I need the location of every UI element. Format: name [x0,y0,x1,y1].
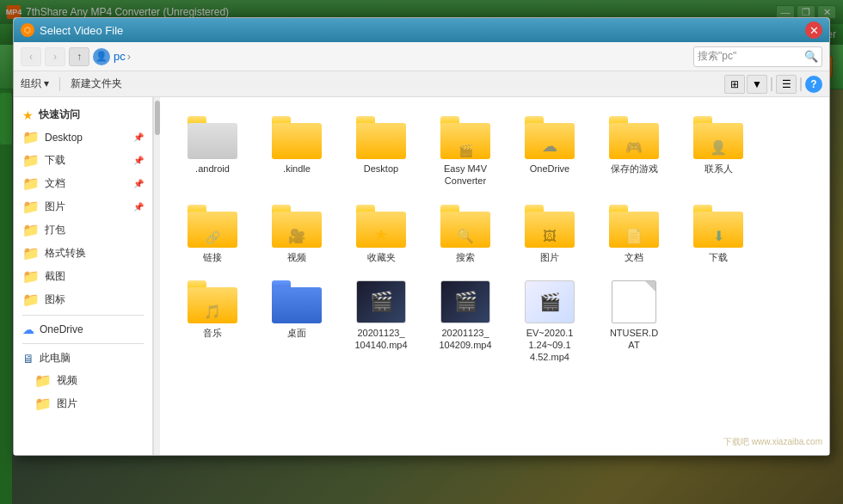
breadcrumb-pc[interactable]: pc [114,50,126,63]
dialog-toolbar: 组织 ▾ 新建文件夹 ⊞ ▼ ☰ ? [14,71,829,97]
dialog-content: ★ 快速访问 📁 Desktop 📌 📁 下载 📌 📁 [14,97,829,455]
pin-icon: 📌 [133,202,144,212]
folder-icon: 📁 [22,292,40,308]
ntuser-icon [612,280,656,323]
file-item-pictures-folder[interactable]: 🖼 图片 [511,200,588,268]
folder-icon: 📁 [22,222,40,238]
sidebar-item-icon[interactable]: 📁 图标 [14,288,152,311]
folder-pictures-icon: 🖼 [525,205,575,248]
dialog-sidebar-wrapper: ★ 快速访问 📁 Desktop 📌 📁 下载 📌 📁 [14,97,160,455]
watermark: 下载吧 www.xiazaiba.com [723,436,822,448]
gamepad-icon: 🎮 [625,139,643,156]
dialog-icon: ⬡ [21,23,34,37]
new-folder-button[interactable]: 新建文件夹 [71,77,122,91]
sidebar-divider [22,315,144,316]
folder-icon: 📁 [22,245,40,261]
star-folder-icon: ★ [374,225,388,244]
sidebar-videos[interactable]: 📁 视频 [14,369,152,392]
folder-video-icon: 🎥 [272,205,322,248]
folder-icon: 📁 [34,396,52,412]
sidebar-images[interactable]: 📁 图片 [14,392,152,415]
dialog-close-button[interactable]: ✕ [805,22,822,39]
view-dropdown-button[interactable]: ▼ [747,75,767,94]
video1-icon: 🎬 [356,280,406,323]
link-folder-icon: 🔗 [206,230,220,244]
quick-access-label: 快速访问 [39,108,80,122]
pc-icon: 🖥 [22,352,34,366]
sidebar-item-convert[interactable]: 📁 格式转换 [14,242,152,265]
sidebar-item-pack[interactable]: 📁 打包 [14,218,152,242]
file-item-favorites[interactable]: ★ 收藏夹 [342,200,420,268]
file-item-video3[interactable]: 🎬 EV~2020.11.24~09.14.52.mp4 [511,275,588,369]
download-folder-icon: ⬇ [713,228,724,244]
organize-button[interactable]: 组织 ▾ [21,77,49,91]
file-item-search[interactable]: 🔍 搜索 [427,200,504,268]
folder-icon: 📁 [22,199,40,215]
folder-onedrive-icon: ☁ [525,116,575,159]
sidebar-this-pc[interactable]: 🖥 此电脑 [14,347,152,369]
folder-desktopblue-icon [272,280,322,323]
sidebar-quick-access-header: ★ 快速访问 [14,104,152,126]
toolbar-separator [59,77,60,91]
cloud-folder-icon: ☁ [542,137,557,156]
file-item-music[interactable]: 🎵 音乐 [174,275,251,369]
sidebar-item-download[interactable]: 📁 下载 📌 [14,149,152,172]
folder-favorites-icon: ★ [356,205,406,248]
sidebar-item-screenshot[interactable]: 📁 截图 [14,265,152,288]
folder-music-icon: 🎵 [188,280,237,323]
video3-icon: 🎬 [525,280,575,323]
pin-icon: 📌 [133,156,144,165]
sidebar-onedrive[interactable]: ☁ OneDrive [14,319,152,340]
file-dialog: ⬡ Select Video File ✕ ‹ › ↑ 👤 pc › 搜索"pc… [13,17,830,456]
folder-icon: 📁 [22,152,40,169]
folder-links-icon: 🔗 [188,205,237,248]
folder-savedgames-icon: 🎮 [609,116,659,159]
file-item-desktop-blue[interactable]: 桌面 [258,275,335,369]
user-icon: 👤 [93,48,110,65]
file-item-desktop-folder[interactable]: Desktop [342,111,420,193]
nav-forward-button[interactable]: › [45,47,65,66]
file-item-documents-folder[interactable]: 📄 文档 [595,200,673,268]
file-item-video1[interactable]: 🎬 20201123_104140.mp4 [342,275,420,369]
file-item-video-folder[interactable]: 🎥 视频 [258,200,335,268]
app-window: MP4 7thShare Any MP4 Converter (Unregist… [0,0,843,504]
folder-documents-icon: 📄 [609,205,659,248]
help-button[interactable]: ? [805,76,822,93]
file-item-ntuser[interactable]: NTUSER.DAT [595,275,673,369]
dialog-sidebar: ★ 快速访问 📁 Desktop 📌 📁 下载 📌 📁 [14,97,153,455]
video-folder-icon: 🎥 [288,228,305,244]
view-buttons: ⊞ ▼ ☰ ? [724,75,822,94]
scroll-thumb [155,101,160,135]
breadcrumb: pc › [114,50,690,63]
pin-icon: 📌 [133,132,144,142]
sidebar-item-pictures[interactable]: 📁 图片 📌 [14,195,152,218]
search-box[interactable]: 搜索"pc" 🔍 [693,46,822,67]
video2-icon: 🎬 [440,280,490,323]
file-item-contacts[interactable]: 👤 联系人 [680,111,757,193]
file-item-video2[interactable]: 🎬 20201123_104209.mp4 [427,275,504,369]
contacts-folder-icon: 👤 [710,139,727,156]
file-item-saved-games[interactable]: 🎮 保存的游戏 [595,111,673,193]
file-item-links[interactable]: 🔗 链接 [174,200,251,268]
doc-folder-icon: 📄 [625,228,643,244]
nav-up-button[interactable]: ↑ [69,47,89,66]
file-item-android[interactable]: .android [174,111,251,193]
separator [771,77,772,91]
view-preview-button[interactable]: ☰ [776,75,797,94]
search-placeholder: 搜索"pc" [698,49,804,64]
m4v-icon: 🎬 [458,144,473,157]
sidebar-item-desktop[interactable]: 📁 Desktop 📌 [14,126,152,149]
folder-kindle-icon [272,116,322,159]
file-item-onedrive[interactable]: ☁ OneDrive [511,111,588,193]
sidebar-scrollbar[interactable] [153,97,160,455]
search-folder-icon: 🔍 [457,228,474,244]
file-item-easy-m4v[interactable]: 🎬 Easy M4VConverter [427,111,504,193]
file-item-kindle[interactable]: .kindle [258,111,335,193]
nav-back-button[interactable]: ‹ [21,47,41,66]
view-grid-button[interactable]: ⊞ [724,75,745,94]
cloud-icon: ☁ [22,323,34,336]
search-icon: 🔍 [804,50,818,63]
file-item-downloads-folder[interactable]: ⬇ 下载 [680,200,757,268]
folder-icon: 📁 [22,175,40,192]
sidebar-item-documents[interactable]: 📁 文档 📌 [14,172,152,195]
